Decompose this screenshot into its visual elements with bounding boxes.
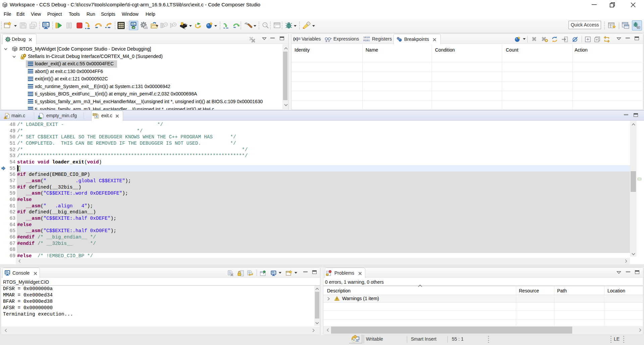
svg-text:c: c [6,114,8,118]
